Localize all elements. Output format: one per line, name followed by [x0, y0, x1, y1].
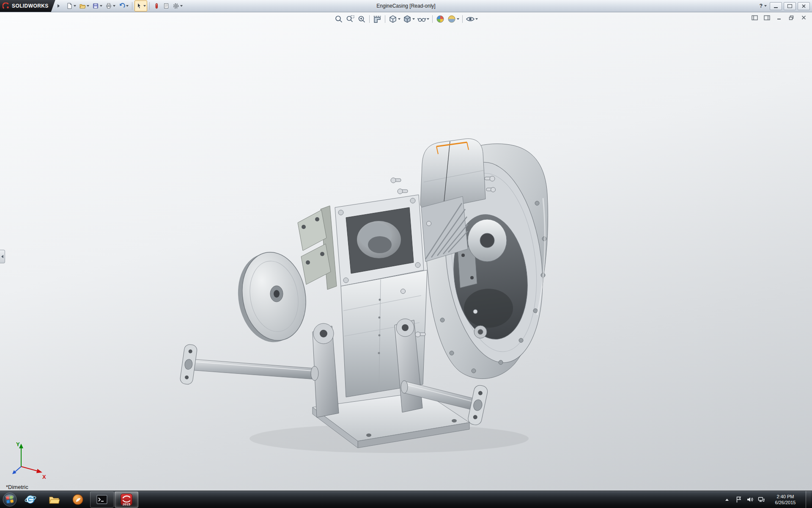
chevron-down-icon[interactable] — [398, 18, 401, 20]
chevron-down-icon[interactable] — [143, 5, 146, 7]
help-button[interactable]: ? — [758, 3, 768, 9]
feature-pane-icon — [752, 15, 758, 20]
internet-explorer-icon — [25, 494, 36, 505]
chevron-right-icon — [58, 4, 60, 8]
restore-icon — [789, 15, 794, 20]
chevron-down-icon[interactable] — [427, 18, 429, 20]
toolbar-separator — [132, 2, 132, 10]
file-properties-icon — [163, 3, 170, 9]
apply-scene-icon — [447, 14, 456, 24]
section-view-button[interactable] — [372, 14, 382, 24]
hide-show-items-button[interactable] — [417, 14, 430, 24]
doc-restore-button[interactable] — [787, 14, 796, 21]
menu-expand-button[interactable] — [56, 1, 61, 11]
select-tool-button[interactable] — [134, 0, 147, 11]
save-button[interactable] — [91, 0, 104, 11]
open-button[interactable] — [78, 0, 91, 11]
display-pane-toggle-button[interactable] — [763, 14, 771, 21]
folder-icon — [48, 494, 60, 505]
chevron-down-icon[interactable] — [74, 5, 76, 7]
action-center-flag-icon — [735, 496, 742, 503]
title-bar: SOLIDWORKS — [0, 0, 812, 12]
taskbar-solidworks-button[interactable]: 2015 — [115, 491, 138, 508]
action-center-button[interactable] — [735, 494, 742, 505]
solidworks-window: SOLIDWORKS — [0, 0, 812, 508]
chevron-down-icon[interactable] — [126, 5, 129, 7]
zoom-to-area-button[interactable] — [345, 14, 355, 24]
display-style-button[interactable] — [402, 14, 415, 24]
new-document-button[interactable] — [65, 0, 77, 11]
volume-icon — [746, 496, 753, 503]
edit-appearance-button[interactable] — [435, 14, 445, 24]
dassault-logo-icon — [3, 3, 9, 9]
minimize-button[interactable] — [770, 2, 782, 10]
previous-view-button[interactable] — [357, 14, 367, 24]
chevron-down-icon[interactable] — [100, 5, 102, 7]
close-icon — [801, 15, 806, 20]
windows-start-orb-icon — [2, 492, 17, 507]
taskbar-media-player-button[interactable] — [66, 492, 89, 507]
intake-face[interactable] — [335, 195, 424, 286]
carb-bracket[interactable] — [298, 206, 337, 290]
chevron-left-icon — [1, 255, 3, 258]
close-icon — [802, 4, 806, 8]
apply-scene-button[interactable] — [447, 14, 460, 24]
chevron-down-icon[interactable] — [113, 5, 115, 7]
toolbar-separator — [385, 15, 385, 23]
chevron-down-icon[interactable] — [475, 18, 478, 20]
clock-time: 2:40 PM — [769, 494, 802, 500]
taskbar-clock[interactable]: 2:40 PM 6/26/2015 — [769, 494, 802, 506]
chevron-down-icon[interactable] — [87, 5, 89, 7]
options-button[interactable] — [171, 0, 184, 11]
rebuild-button[interactable] — [152, 0, 161, 11]
undo-button[interactable] — [117, 0, 130, 11]
document-window-controls — [750, 14, 808, 21]
taskbar-windows-explorer-button[interactable] — [43, 492, 66, 507]
view-orientation-button[interactable] — [388, 14, 401, 24]
toolbar-separator — [149, 2, 150, 10]
orientation-triad: Y X — [5, 439, 47, 481]
options-gear-icon — [173, 3, 179, 9]
print-button[interactable] — [104, 0, 117, 11]
feature-pane-toggle-button[interactable] — [750, 14, 759, 21]
doc-minimize-button[interactable] — [775, 14, 783, 21]
solidworks-logo: SOLIDWORKS — [0, 0, 55, 12]
view-orientation-label: *Dimetric — [6, 484, 28, 490]
previous-view-icon — [357, 14, 366, 24]
close-button[interactable] — [798, 2, 810, 10]
rebuild-icon — [153, 3, 160, 9]
show-hidden-icons-button[interactable] — [723, 494, 731, 505]
section-view-icon — [373, 14, 382, 24]
maximize-button[interactable] — [784, 2, 796, 10]
axle-rod-left[interactable] — [179, 344, 318, 385]
start-button[interactable] — [1, 491, 19, 508]
heads-up-view-toolbar — [334, 14, 478, 24]
doc-close-button[interactable] — [799, 14, 808, 21]
chevron-down-icon[interactable] — [412, 18, 415, 20]
show-desktop-button[interactable] — [806, 491, 811, 508]
taskbar-internet-explorer-button[interactable] — [19, 492, 42, 507]
side-disc[interactable] — [231, 247, 313, 348]
chevron-down-icon[interactable] — [457, 18, 459, 20]
feature-manager-collapsed-tab[interactable] — [0, 250, 5, 263]
system-tray: 2:40 PM 6/26/2015 — [723, 491, 812, 508]
triad-y-label: Y — [16, 441, 20, 447]
graphics-area[interactable]: Y X *Dimetric — [0, 12, 812, 491]
window-controls: ? — [758, 2, 812, 10]
document-title: EngineCasing [Read-only] — [376, 3, 435, 9]
view-settings-button[interactable] — [465, 14, 478, 24]
engine-casing-model[interactable] — [0, 12, 812, 491]
view-orientation-cube-icon — [388, 14, 398, 24]
chevron-down-icon[interactable] — [180, 5, 183, 7]
clock-date: 6/26/2015 — [769, 500, 802, 505]
network-button[interactable] — [757, 494, 765, 505]
file-properties-button[interactable] — [162, 0, 171, 11]
undo-icon — [118, 3, 125, 9]
taskbar-command-prompt-button[interactable] — [90, 491, 114, 508]
zoom-to-fit-button[interactable] — [334, 14, 344, 24]
volume-button[interactable] — [746, 494, 754, 505]
zoom-to-area-icon — [346, 14, 355, 24]
chevron-down-icon[interactable] — [764, 5, 767, 7]
minimize-icon — [777, 15, 782, 20]
view-settings-eye-icon — [466, 14, 475, 24]
